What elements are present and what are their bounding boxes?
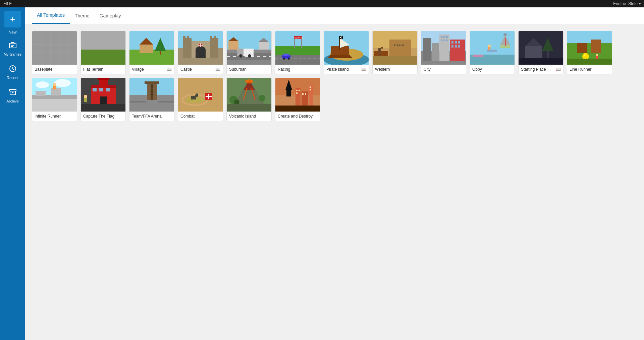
template-baseplate[interactable]: Baseplate (32, 31, 77, 74)
template-thumb-combat (178, 78, 223, 112)
svg-rect-177 (227, 104, 272, 112)
template-village[interactable]: Village 📖 (129, 31, 174, 74)
svg-rect-89 (439, 35, 449, 61)
svg-rect-145 (98, 78, 109, 80)
template-label-castle: Castle 📖 (178, 65, 223, 74)
template-capture-the-flag[interactable]: Capture The Flag (80, 78, 126, 121)
svg-rect-147 (84, 97, 87, 102)
svg-rect-141 (93, 88, 97, 91)
template-infinite-runner[interactable]: Infinite Runner (32, 78, 77, 121)
template-thumb-capture-flag (81, 78, 126, 112)
template-create-and-destroy[interactable]: Create and Destroy (275, 78, 320, 121)
template-suburban[interactable]: Suburban (226, 31, 272, 74)
template-thumb-line-runner (567, 31, 612, 65)
templates-grid: Baseplate (32, 31, 637, 121)
file-menu[interactable]: FILE (3, 1, 12, 6)
svg-point-148 (84, 95, 87, 98)
user-info[interactable]: Enothe_Strife ▾ (613, 1, 641, 6)
template-label-flat-terrain: Flat Terrain (81, 65, 125, 74)
tab-all-templates[interactable]: All Templates (32, 7, 70, 24)
svg-rect-152 (145, 81, 159, 84)
svg-point-169 (196, 93, 198, 96)
template-obby[interactable]: Obby (470, 31, 515, 74)
svg-rect-184 (309, 85, 313, 108)
template-thumb-suburban (227, 31, 272, 65)
svg-rect-110 (505, 38, 506, 46)
svg-rect-94 (443, 40, 445, 41)
svg-point-71 (340, 37, 341, 38)
svg-rect-114 (525, 46, 542, 60)
tab-theme[interactable]: Theme (70, 7, 95, 24)
template-thumb-create-destroy (275, 78, 320, 112)
template-label-line-runner: Line Runner (567, 65, 612, 74)
template-label-western: Western (373, 65, 417, 74)
svg-point-61 (283, 58, 285, 60)
template-label-village: Village 📖 (129, 65, 174, 74)
template-thumb-racing: Start/Finish (275, 31, 320, 65)
svg-rect-159 (158, 101, 174, 103)
svg-rect-1 (11, 45, 14, 46)
svg-point-124 (584, 54, 586, 56)
svg-rect-100 (451, 45, 453, 48)
sidebar-item-archive[interactable]: Archive (0, 85, 25, 107)
svg-rect-111 (488, 47, 490, 50)
template-label-pirate-island: Pirate Island 📖 (324, 65, 369, 74)
svg-rect-166 (206, 96, 212, 97)
sidebar-item-archive-label: Archive (6, 99, 19, 103)
template-starting-place[interactable]: Starting Place 📖 (518, 31, 564, 74)
svg-rect-87 (423, 38, 431, 61)
templates-area: Baseplate (25, 24, 644, 340)
svg-rect-35 (214, 36, 216, 39)
my-games-icon (9, 41, 17, 51)
template-thumb-western: STABLE (373, 31, 418, 65)
svg-rect-125 (567, 59, 612, 65)
tab-gameplay[interactable]: Gameplay (95, 7, 126, 24)
template-label-obby: Obby (470, 65, 515, 74)
sidebar-item-recent[interactable]: Recent (0, 61, 25, 83)
svg-rect-187 (299, 90, 300, 91)
template-flat-terrain[interactable]: Flat Terrain (80, 31, 126, 74)
template-label-racing: Racing (275, 65, 320, 74)
svg-rect-60 (283, 54, 289, 56)
template-combat[interactable]: Combat (178, 78, 223, 121)
new-button[interactable]: + (4, 11, 21, 27)
svg-point-175 (259, 95, 265, 101)
book-icon-village: 📖 (167, 67, 172, 72)
template-city[interactable]: City (421, 31, 466, 74)
template-line-runner[interactable]: Line Runner (567, 31, 612, 74)
template-western[interactable]: STABLE (372, 31, 418, 74)
svg-rect-15 (81, 50, 126, 65)
template-label-infinite-runner: Infinite Runner (32, 112, 77, 121)
svg-point-173 (245, 79, 253, 83)
svg-rect-101 (455, 45, 457, 48)
template-volcanic-island[interactable]: Volcanic Island (226, 78, 272, 121)
template-thumb-obby (470, 31, 515, 65)
svg-rect-32 (183, 36, 185, 39)
svg-rect-192 (275, 106, 320, 112)
svg-rect-75 (389, 40, 411, 56)
chevron-icon: ▾ (639, 2, 641, 6)
svg-point-136 (53, 83, 56, 86)
svg-text:Start/Finish: Start/Finish (294, 37, 303, 39)
template-racing[interactable]: Start/Finish Racing (275, 31, 320, 74)
template-label-team-ffa-arena: Team/FFA Arena (129, 112, 174, 121)
svg-rect-49 (259, 42, 269, 50)
svg-rect-142 (99, 88, 103, 91)
new-button-container: + New (4, 11, 21, 35)
template-team-ffa-arena[interactable]: Team/FFA Arena (129, 78, 174, 121)
sidebar: + New My Games (0, 7, 25, 340)
svg-rect-88 (432, 43, 439, 61)
svg-rect-185 (296, 90, 298, 91)
template-thumb-castle (178, 31, 223, 65)
template-thumb-city (421, 31, 466, 65)
sidebar-item-my-games[interactable]: My Games (0, 38, 25, 60)
svg-rect-33 (187, 36, 189, 39)
template-castle[interactable]: Castle 📖 (178, 31, 223, 74)
template-label-city: City (421, 65, 466, 74)
template-pirate-island[interactable]: Pirate Island 📖 (324, 31, 369, 74)
svg-rect-2 (11, 46, 13, 47)
svg-rect-5 (32, 31, 77, 65)
svg-rect-106 (487, 50, 497, 52)
svg-point-45 (239, 54, 243, 58)
svg-point-112 (488, 45, 491, 47)
